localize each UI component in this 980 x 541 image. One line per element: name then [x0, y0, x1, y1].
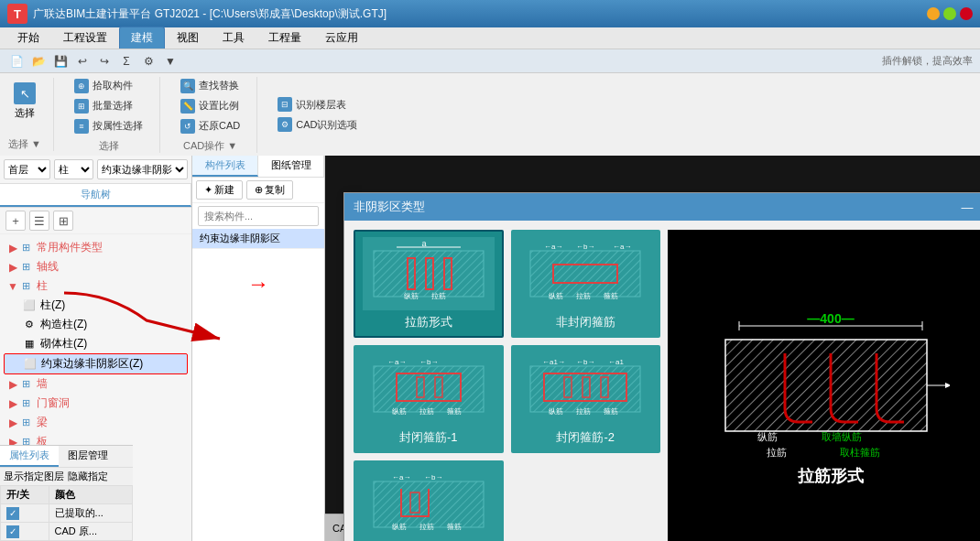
quick-toolbar: 📄 📂 💾 ↩ ↪ Σ ⚙ ▼ 插件解锁，提高效率	[0, 49, 980, 73]
tree-item-axis[interactable]: ▶ ⊞ 轴线	[4, 257, 188, 276]
tree-item-door-window[interactable]: ▶ ⊞ 门窗洞	[4, 394, 188, 413]
find-label: 查找替换	[199, 79, 239, 92]
copy-component-btn[interactable]: ⊕ 复制	[246, 180, 293, 200]
select-button[interactable]: ↖ 选择	[7, 78, 42, 124]
tree-grid-btn[interactable]: ⊞	[53, 211, 73, 231]
card-image-fenfeng: ←a→ ←b→ ←a→ 纵筋 拉筋 箍筋	[520, 237, 652, 310]
pickup-icon: ⊕	[74, 79, 89, 93]
layer-check-1[interactable]	[1, 504, 49, 523]
card-label-fengbi2: 封闭箍筋-2	[556, 426, 615, 446]
cad-options-btn[interactable]: ⚙ CAD识别选项	[272, 115, 363, 134]
close-button[interactable]	[960, 7, 973, 20]
type-card-fengbi1[interactable]: ←a→ ←b→ 纵筋 拉筋 箍筋	[354, 345, 504, 453]
batch-select-btn[interactable]: ⊞ 批量选择	[69, 97, 148, 115]
qt-sum[interactable]: Σ	[117, 52, 136, 70]
ribbon-tabs: 开始 工程设置 建模 视图 工具 工程量 云应用	[0, 27, 980, 49]
expand-door-window[interactable]: ▶	[7, 397, 18, 410]
expand-common[interactable]: ▶	[7, 242, 18, 254]
card-image-fengbi1: ←a→ ←b→ 纵筋 拉筋 箍筋	[363, 352, 495, 426]
identify-floor-btn[interactable]: ⊟ 识别楼层表	[272, 95, 363, 114]
restore-label: 还原CAD	[199, 119, 240, 133]
tree-item-col-struct[interactable]: ⚙ 构造柱(Z)	[4, 315, 188, 334]
qt-redo[interactable]: ↪	[95, 52, 114, 70]
qt-settings[interactable]: ⚙	[139, 52, 158, 70]
tree-item-wall[interactable]: ▶ ⊞ 墙	[4, 374, 188, 394]
tree-item-beam[interactable]: ▶ ⊞ 梁	[4, 413, 188, 432]
qt-more[interactable]: ▼	[161, 52, 180, 70]
svg-text:拉筋: 拉筋	[419, 407, 434, 416]
dialog-title-bar[interactable]: 非阴影区类型 — ✕	[344, 193, 980, 221]
component-tabs: 构件列表 图纸管理	[192, 156, 324, 178]
tree-list-btn[interactable]: ☰	[29, 211, 49, 231]
tree-item-col-shadow[interactable]: ⬜ 约束边缘非阴影区(Z)	[4, 353, 188, 374]
tab-view[interactable]: 视图	[165, 27, 211, 49]
filter-dropdown[interactable]: 约束边缘非阴影	[97, 159, 188, 179]
svg-text:箍筋: 箍筋	[604, 407, 618, 416]
tree-item-col-masonry[interactable]: ▦ 砌体柱(Z)	[4, 334, 188, 353]
new-component-btn[interactable]: ✦ 新建	[196, 180, 243, 200]
dialog-min-btn[interactable]: —	[960, 200, 975, 214]
tab-quantity[interactable]: 工程量	[256, 27, 313, 49]
svg-text:纵筋: 纵筋	[404, 292, 419, 300]
tree-toolbar-left: + ☰ ⊞	[5, 211, 73, 231]
tree-item-column[interactable]: ▼ ⊞ 柱	[4, 276, 188, 296]
layer-hints: 显示指定图层 隐藏指定	[0, 468, 133, 485]
tab-modeling[interactable]: 建模	[119, 27, 165, 49]
type-card-uxing[interactable]: ←a→ ←b→ 纵筋 拉筋 箍筋 U形箍筋-1	[354, 460, 504, 541]
lajin-svg: a 纵筋 拉筋	[369, 242, 488, 306]
arrow-right: →	[192, 267, 324, 300]
title-bar-left: T 广联达BIM土建计量平台 GTJ2021 - [C:\Users\郑成喜\D…	[7, 4, 387, 24]
expand-axis[interactable]: ▶	[7, 261, 18, 274]
icon-col-masonry: ▦	[22, 337, 37, 352]
find-replace-btn[interactable]: 🔍 查找替换	[175, 77, 245, 95]
svg-text:纵筋: 纵筋	[757, 431, 778, 442]
svg-text:箍筋: 箍筋	[447, 523, 462, 531]
layer-hint-1: 显示指定图层	[4, 470, 64, 483]
component-dropdown[interactable]: 柱	[54, 159, 93, 179]
tab-cloud[interactable]: 云应用	[313, 27, 370, 49]
type-card-fenfeng[interactable]: ←a→ ←b→ ←a→ 纵筋 拉筋 箍筋 非封闭箍筋	[511, 230, 661, 338]
expand-column[interactable]: ▼	[7, 280, 18, 293]
tab-attr-list[interactable]: 属性列表	[0, 446, 59, 467]
component-list-item[interactable]: 约束边缘非阴影区	[192, 229, 324, 249]
pickup-component-btn[interactable]: ⊕ 拾取构件	[69, 77, 148, 95]
tab-tools[interactable]: 工具	[211, 27, 256, 49]
tree-item-col-z[interactable]: ⬜ 柱(Z)	[4, 296, 188, 315]
minimize-button[interactable]	[927, 7, 940, 20]
restore-cad-btn[interactable]: ↺ 还原CAD	[175, 117, 245, 135]
type-card-lajin[interactable]: a 纵筋 拉筋 拉筋形式	[354, 230, 504, 338]
svg-text:拉筋: 拉筋	[431, 292, 446, 300]
cad-group-label: CAD操作 ▼	[175, 139, 245, 153]
svg-text:←b→: ←b→	[576, 358, 594, 366]
uxing-svg: ←a→ ←b→ 纵筋 拉筋 箍筋	[369, 472, 488, 536]
label-col-masonry: 砌体柱(Z)	[40, 336, 87, 352]
tab-project-settings[interactable]: 工程设置	[51, 27, 119, 49]
set-scale-btn[interactable]: 📏 设置比例	[175, 97, 245, 115]
qt-open[interactable]: 📂	[29, 52, 48, 70]
layer-name-2: CAD 原...	[49, 523, 132, 541]
expand-beam[interactable]: ▶	[7, 417, 18, 429]
qt-undo[interactable]: ↩	[73, 52, 92, 70]
copy-label: 复制	[265, 183, 285, 197]
tab-nav-tree[interactable]: 导航树	[0, 184, 191, 207]
expand-wall[interactable]: ▶	[7, 378, 18, 391]
tab-component-list[interactable]: 构件列表	[192, 156, 258, 177]
qt-new[interactable]: 📄	[7, 52, 26, 70]
attr-table: 开/关 颜色 已提取的... CAD 原...	[0, 485, 133, 541]
search-input[interactable]	[198, 206, 319, 226]
layer-check-2[interactable]	[1, 523, 49, 541]
tab-drawings[interactable]: 图纸管理	[258, 156, 324, 177]
nav-tabs: 导航树	[0, 184, 191, 208]
type-card-fengbi2[interactable]: ←a1→ ←b→ ←a1 纵筋 拉筋 箍筋	[511, 345, 661, 453]
cad-buttons-group: 🔍 查找替换 📏 设置比例 ↺ 还原CAD CAD操作 ▼	[175, 77, 257, 153]
floor-dropdown[interactable]: 首层	[4, 159, 50, 179]
maximize-button[interactable]	[943, 7, 956, 20]
tab-start[interactable]: 开始	[5, 27, 51, 49]
new-icon: ✦	[204, 184, 212, 196]
tree-item-common[interactable]: ▶ ⊞ 常用构件类型	[4, 238, 188, 257]
tree-add-btn[interactable]: +	[5, 211, 26, 231]
app-logo: T	[7, 4, 27, 24]
qt-save[interactable]: 💾	[51, 52, 70, 70]
tab-layer-mgmt[interactable]: 图层管理	[59, 446, 117, 467]
attr-select-btn[interactable]: ≡ 按属性选择	[69, 117, 148, 135]
